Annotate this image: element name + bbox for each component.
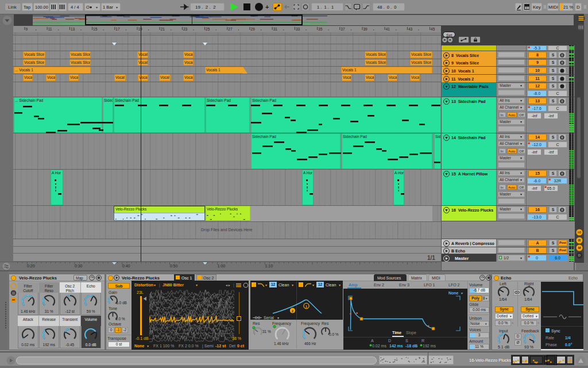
svg-text:M: M (578, 246, 581, 250)
svg-text:D: D (578, 254, 581, 257)
svg-text:I-O: I-O (578, 231, 582, 234)
svg-text:1: 1 (305, 305, 308, 308)
svg-text:R: R (578, 239, 581, 242)
